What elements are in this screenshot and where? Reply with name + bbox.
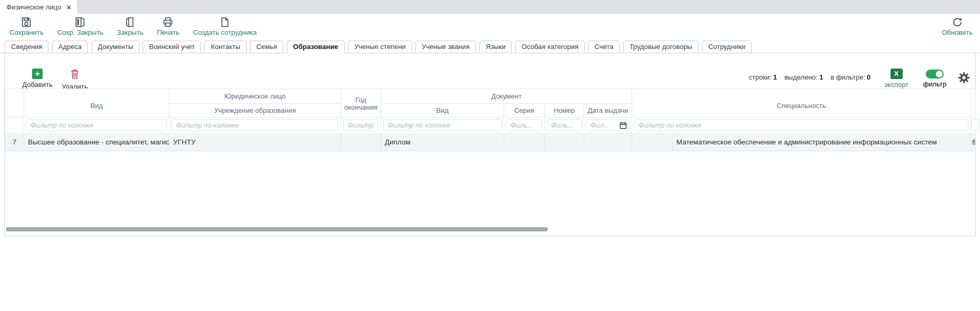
- redacted-value: [511, 139, 537, 146]
- cell-issue-date[interactable]: [584, 133, 632, 151]
- tab-obrazovanie[interactable]: Образование: [287, 41, 345, 53]
- filter-number-input[interactable]: [547, 119, 582, 131]
- filter-cut[interactable]: [971, 118, 976, 133]
- cell-grad-year[interactable]: [341, 133, 381, 151]
- print-icon: [157, 16, 179, 28]
- filter-institution-input[interactable]: [172, 119, 338, 131]
- cell-doc-kind[interactable]: Диплом: [381, 133, 504, 151]
- tab-semya[interactable]: Семья: [250, 41, 283, 53]
- filter-specialty-input[interactable]: [634, 119, 968, 131]
- tab-voinskiy-uchet[interactable]: Воинский учет: [143, 41, 201, 53]
- window-tab-bar: Физическое лицо ×: [0, 0, 980, 14]
- tab-osobaya-kategoriya[interactable]: Особая категория: [515, 41, 585, 53]
- redacted-value: [354, 139, 368, 146]
- cell-cut[interactable]: 6: [971, 133, 976, 151]
- tab-kontakty[interactable]: Контакты: [204, 41, 246, 53]
- tab-yazyki[interactable]: Языки: [479, 41, 512, 53]
- close-icon[interactable]: ×: [66, 3, 71, 11]
- plus-icon: +: [32, 69, 43, 79]
- filter-cut-input[interactable]: [971, 119, 979, 131]
- cell-institution[interactable]: УГНТУ: [169, 133, 341, 151]
- tab-trudovye-dogovory[interactable]: Трудовые договоры: [623, 41, 698, 53]
- cell-rownum[interactable]: 7: [5, 133, 24, 151]
- excel-icon: X: [891, 69, 903, 79]
- close-door-icon: [117, 16, 143, 28]
- filter-grad-year[interactable]: [341, 118, 381, 133]
- tab-svedeniya[interactable]: Сведения: [5, 41, 48, 53]
- grid-toolbar-right: строки:1 выделено:1 в фильтре:0 X экспор…: [748, 69, 970, 89]
- filter-grad-year-input[interactable]: [343, 119, 378, 131]
- filter-doc-kind[interactable]: [381, 118, 504, 133]
- page-tabs: Сведения Адреса Документы Воинский учет …: [0, 40, 980, 53]
- save-close-button[interactable]: Сохр. Закрыть: [57, 16, 104, 36]
- settings-button[interactable]: [958, 72, 970, 86]
- add-button[interactable]: + Добавить: [17, 69, 57, 89]
- education-panel: + Добавить Удалить строки:1 выделено:1 в…: [4, 53, 976, 236]
- redacted-value: [594, 139, 623, 146]
- col-header-institution[interactable]: Учреждение образования: [169, 104, 341, 118]
- group-header-document: Документ: [381, 89, 632, 104]
- trash-icon: [69, 72, 80, 81]
- horizontal-scrollbar[interactable]: [6, 227, 548, 231]
- create-employee-button[interactable]: Создать сотрудника: [193, 16, 257, 36]
- main-toolbar: Сохранить Сохр. Закрыть Закрыть: [0, 14, 980, 40]
- filter-issue-date[interactable]: [584, 118, 632, 133]
- filter-specialty[interactable]: [632, 118, 971, 133]
- filter-doc-kind-input[interactable]: [383, 119, 502, 131]
- save-close-icon: [57, 16, 104, 28]
- cell-kind[interactable]: Высшее образование - специалитет, магист…: [24, 133, 169, 151]
- selected-count: выделено:1: [784, 73, 823, 81]
- table-row[interactable]: 7 Высшее образование - специалитет, маги…: [5, 133, 976, 151]
- save-icon: [9, 16, 44, 28]
- tab-uchenye-zvaniya[interactable]: Ученые звания: [415, 41, 476, 53]
- redacted-value: [639, 139, 665, 146]
- col-header-grad-year[interactable]: Год окончания: [341, 89, 381, 118]
- col-header-number[interactable]: Номер: [545, 104, 584, 118]
- delete-button[interactable]: Удалить: [58, 69, 91, 91]
- gear-icon: [958, 76, 970, 85]
- col-header-series[interactable]: Серия: [504, 104, 545, 118]
- redacted-value: [552, 139, 577, 146]
- filter-series[interactable]: [504, 118, 545, 133]
- filter-kind[interactable]: [24, 118, 169, 133]
- export-button[interactable]: X экспорт: [881, 69, 912, 89]
- toggle-on-icon[interactable]: [926, 70, 944, 79]
- create-employee-icon: [193, 16, 257, 28]
- rownum-header: [5, 89, 24, 118]
- tab-scheta[interactable]: Счета: [588, 41, 620, 53]
- calendar-icon[interactable]: [619, 122, 627, 131]
- col-header-kind[interactable]: Вид: [24, 89, 169, 118]
- window-tab-title: Физическое лицо: [6, 3, 61, 11]
- tab-adresa[interactable]: Адреса: [52, 41, 88, 53]
- col-header-issue-date[interactable]: Дата выдачи: [584, 104, 632, 118]
- rows-count: строки:1: [748, 73, 777, 81]
- tab-uchenye-stepeni[interactable]: Ученые степени: [348, 41, 412, 53]
- filtered-count: в фильтре:0: [831, 73, 871, 81]
- filter-toggle[interactable]: фильтр: [922, 69, 947, 88]
- tab-sotrudniki[interactable]: Сотрудники: [702, 41, 752, 53]
- cell-series[interactable]: [504, 133, 545, 151]
- col-header-cut: [971, 89, 976, 118]
- print-button[interactable]: Печать: [157, 16, 179, 36]
- cell-specialty-code[interactable]: [632, 133, 673, 151]
- filter-institution[interactable]: [169, 118, 341, 133]
- close-button[interactable]: Закрыть: [117, 16, 143, 36]
- save-button[interactable]: Сохранить: [9, 16, 44, 36]
- window-tab-fizlico[interactable]: Физическое лицо ×: [0, 0, 78, 14]
- toolbar-left-group: Сохранить Сохр. Закрыть Закрыть: [9, 14, 257, 36]
- filter-number[interactable]: [545, 118, 584, 133]
- grid-stats: строки:1 выделено:1 в фильтре:0: [748, 73, 871, 81]
- group-header-legal-entity: Юридическое лицо: [169, 89, 341, 104]
- filter-series-input[interactable]: [506, 119, 542, 131]
- col-header-doc-kind[interactable]: Вид: [381, 104, 504, 118]
- refresh-button[interactable]: Обновить: [942, 16, 973, 36]
- col-header-specialty[interactable]: Специальность: [632, 89, 971, 118]
- cell-specialty[interactable]: Математическое обеспечение и администрир…: [673, 133, 971, 151]
- cell-number[interactable]: [545, 133, 584, 151]
- filter-kind-input[interactable]: [26, 119, 167, 131]
- education-table: Вид Юридическое лицо Год окончания Докум…: [5, 89, 976, 151]
- tab-dokumenty[interactable]: Документы: [92, 41, 139, 53]
- filter-rownum: [5, 118, 24, 133]
- refresh-icon: [942, 16, 973, 28]
